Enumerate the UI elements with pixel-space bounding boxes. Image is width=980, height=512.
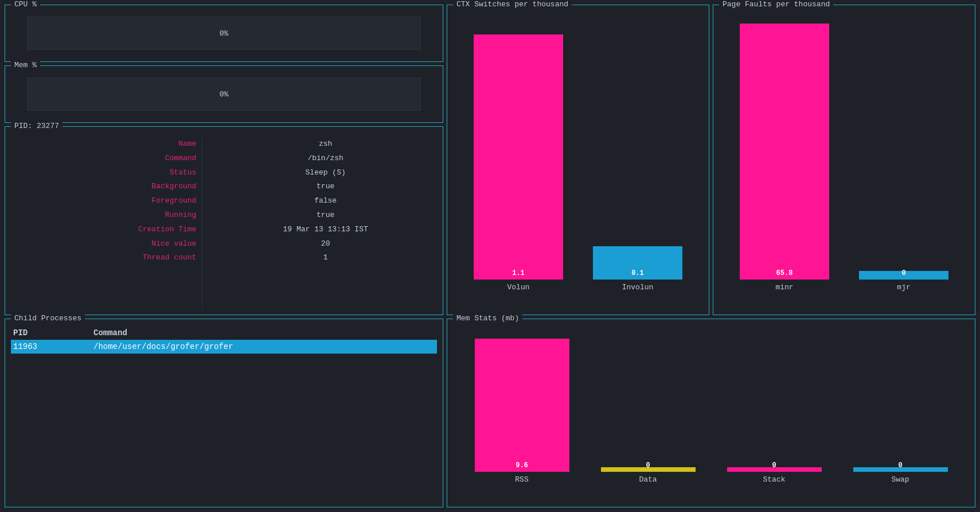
pid-labels: NameCommandStatusBackgroundForegroundRun… [11,137,202,309]
bar: 0.1 [593,246,682,280]
bar-label: Stack [763,475,785,484]
pid-field-label: Background [151,181,196,193]
pid-field-label: Creation Time [138,224,196,236]
child-panel: Child Processes PID Command 11963/home/u… [5,319,443,507]
bar-value: 0 [646,461,650,470]
mem-bar: 0% [27,77,421,111]
pid-field-value: false [314,195,337,207]
bar-group: 0mjr [844,13,963,292]
bar-group: 0Data [585,327,711,484]
child-row-pid: 11963 [13,342,59,351]
bar: 1.1 [474,34,563,280]
cpu-bar: 0% [27,17,421,51]
pid-content: NameCommandStatusBackgroundForegroundRun… [5,127,443,315]
pid-table: NameCommandStatusBackgroundForegroundRun… [11,137,437,309]
ctx-panel: CTX Switches per thousand 1.1Volun0.1Inv… [447,5,709,315]
memstats-chart: 9.6RSS0Data0Stack0Swap [447,319,975,507]
child-header: PID Command [11,327,437,339]
ctx-chart: 1.1Volun0.1Involun [447,5,709,315]
bar-label: RSS [515,475,528,484]
bar: 65.8 [740,24,829,280]
pid-field-value: 19 Mar 13 13:13 IST [283,224,368,236]
bar-value: 0 [901,269,905,277]
faults-panel: Page Faults per thousand 65.8minr0mjr [713,5,975,315]
bar-group: 0.1Involun [578,13,697,292]
bar: 0 [601,467,696,472]
pid-field-label: Name [178,138,196,150]
bar-group: 65.8minr [725,13,844,292]
mem-title: Mem % [11,61,40,69]
pid-field-value: /bin/zsh [307,153,343,165]
mem-panel: Mem % 0% [5,65,443,123]
child-rows: 11963/home/user/docs/grofer/grofer [11,340,437,354]
child-title: Child Processes [11,314,85,323]
memstats-panel: Mem Stats (mb) 9.6RSS0Data0Stack0Swap [447,319,975,507]
bar-value: 9.6 [516,461,528,470]
pid-field-value: true [317,181,334,193]
bar-value: 65.8 [776,269,793,277]
bar-value: 0.1 [631,269,644,277]
pid-field-label: Foreground [151,195,196,207]
bar: 0 [853,467,948,472]
pid-panel: PID: 23277 NameCommandStatusBackgroundFo… [5,126,443,315]
cpu-title: CPU % [11,0,40,9]
faults-chart: 65.8minr0mjr [713,5,975,315]
cpu-panel: CPU % 0% [5,5,443,62]
pid-field-value: true [317,210,334,222]
bar-group: 1.1Volun [459,13,578,292]
pid-field-value: zsh [319,138,332,150]
pid-values: zsh/bin/zshSleep (S)truefalsetrue19 Mar … [202,137,437,309]
pid-field-value: 20 [321,238,330,250]
bar-label: Involun [622,283,654,292]
bar-group: 0Stack [711,327,837,484]
bar-value: 0 [772,461,776,470]
bar-group: 9.6RSS [459,327,585,484]
child-header-pid: PID [13,328,59,338]
bar: 0 [859,271,948,280]
pid-field-label: Nice value [151,238,196,250]
pid-field-value: Sleep (S) [306,167,346,179]
bar-label: mjr [897,283,910,292]
bar: 0 [727,467,822,472]
bar: 9.6 [475,339,569,472]
bar-label: Data [639,475,657,484]
child-content: PID Command 11963/home/user/docs/grofer/… [5,319,443,507]
child-header-command: Command [93,328,127,338]
cpu-value: 0% [220,29,229,37]
bar-label: Swap [891,475,909,484]
bar-group: 0Swap [837,327,963,484]
pid-field-label: Running [165,210,197,222]
pid-field-value: 1 [323,252,328,264]
pid-field-label: Thread count [143,252,197,264]
table-row[interactable]: 11963/home/user/docs/grofer/grofer [11,340,437,354]
pid-title: PID: 23277 [11,122,63,130]
child-row-command: /home/user/docs/grofer/grofer [93,342,233,351]
bar-label: minr [775,283,793,292]
mem-value: 0% [220,90,229,98]
bar-value: 0 [898,461,902,470]
bar-label: Volun [507,283,529,292]
bar-value: 1.1 [512,269,525,277]
pid-field-label: Status [170,167,197,179]
pid-field-label: Command [165,153,197,165]
